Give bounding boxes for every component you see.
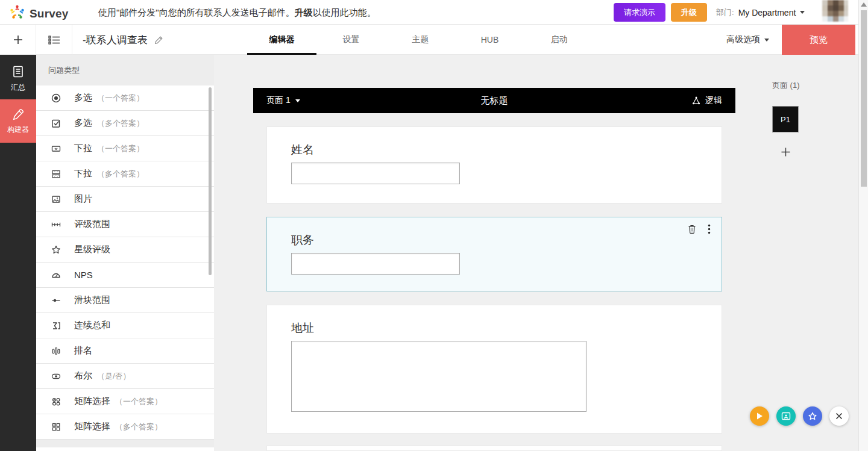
tab-launch[interactable]: 启动 [524,25,594,55]
qtype-star-rating[interactable]: 星级评级 [36,237,214,263]
question-text-input[interactable] [291,163,460,184]
close-icon [835,412,843,420]
question-panel-scrollbar[interactable] [209,87,212,275]
qtype-dropdown-single[interactable]: 下拉 （一个答案） [36,136,214,161]
main-tabs: 编辑器 设置 主题 HUB 启动 [247,25,594,55]
page-scrollbar[interactable] [858,0,868,451]
qtype-label: 下拉 [74,168,92,179]
advanced-options-label: 高级选项 [726,34,760,45]
question-card-jobtitle[interactable]: 职务 [266,217,722,291]
qtype-nps[interactable]: NPS [36,263,214,288]
logo-people-icon [9,4,25,23]
edit-title-pencil-icon[interactable] [154,34,165,45]
delete-question-trash-icon[interactable] [687,223,697,234]
banner-text: 使用"邮件分发"向您的所有联系人发送电子邮件。 [98,7,295,17]
radio-icon [51,93,61,104]
tab-settings[interactable]: 设置 [316,25,386,55]
play-icon [756,412,763,420]
qtype-constant-sum[interactable]: 连续总和 [36,313,214,338]
question-text-input[interactable] [291,253,460,275]
survey-title[interactable]: -联系人调查表 [83,33,148,47]
close-button[interactable] [829,406,849,426]
new-survey-button[interactable] [0,25,36,55]
qtype-multiple-choice-single[interactable]: 多选 （一个答案） [36,86,214,111]
rail-item-summary[interactable]: 汇总 [0,57,36,99]
matrix-check-icon [51,421,61,432]
qtype-hint: （多个答案） [97,118,144,129]
chevron-down-icon [800,11,805,14]
qtype-matrix-multi[interactable]: 矩阵选择 （多个答案） [36,414,214,440]
builder-pencil-icon [11,108,25,121]
matrix-radio-icon [51,396,61,407]
request-demo-button[interactable]: 请求演示 [614,3,665,22]
qtype-hint: （一个答案） [97,143,144,154]
user-avatar[interactable] [822,0,848,22]
rail-item-builder[interactable]: 构建器 [0,99,36,143]
qtype-dropdown-multi[interactable]: 下拉 （多个答案） [36,161,214,187]
question-card-name[interactable]: 姓名 [266,126,722,204]
qtype-multiple-choice-multi[interactable]: 多选 （多个答案） [36,111,214,136]
checkbox-icon [51,118,61,129]
dropdown-multi-icon [51,169,61,179]
qtype-ranking[interactable]: 排名 [36,338,214,364]
qtype-label: 排名 [74,345,92,356]
chevron-down-icon [295,99,300,102]
qtype-rating-scale[interactable]: 评级范围 [36,212,214,237]
qtype-hint: （一个答案） [115,396,162,407]
top-bar: Survey 使用"邮件分发"向您的所有联系人发送电子邮件。升级以使用此功能。 … [0,0,858,25]
star-icon [51,244,61,255]
floating-action-buttons [750,406,849,426]
logic-branch-icon [691,96,701,105]
favorite-button[interactable] [803,406,822,426]
qtype-label: 多选 [74,92,92,104]
question-types-header: 问题类型 [36,55,214,86]
qtype-image[interactable]: 图片 [36,187,214,212]
question-card-address[interactable]: 地址 [266,305,722,434]
gauge-icon [51,270,61,281]
question-more-options-kebab-icon[interactable] [703,223,714,234]
survey-list-button[interactable] [36,25,72,55]
logic-button[interactable]: 逻辑 [691,95,722,106]
sum-icon [51,320,61,331]
qtype-hint: （多个答案） [97,169,144,179]
qtype-hint: （一个答案） [97,93,144,104]
qtype-label: 矩阵选择 [74,421,110,432]
page-title-untitled[interactable]: 无标题 [253,95,735,107]
question-textarea-input[interactable] [291,341,587,412]
qtype-slider-range[interactable]: 滑块范围 [36,288,214,313]
department-selector[interactable]: 部门: My Department [716,0,805,25]
qtype-label: 星级评级 [74,244,110,255]
upgrade-banner: 使用"邮件分发"向您的所有联系人发送电子邮件。升级以使用此功能。 [98,0,376,25]
qtype-matrix-single[interactable]: 矩阵选择 （一个答案） [36,389,214,414]
page-thumbnail-p1[interactable]: P1 [772,106,799,132]
list-icon [48,34,60,45]
app-logo[interactable]: Survey [9,4,69,23]
run-preview-button[interactable] [750,406,769,426]
image-icon [51,194,61,205]
form-view-button[interactable] [776,406,796,426]
summary-report-icon [11,64,25,79]
qtype-label: 布尔 [74,370,92,382]
preview-button[interactable]: 预览 [782,25,855,55]
scroll-up-arrow-icon[interactable] [861,2,867,7]
logic-label: 逻辑 [705,95,722,106]
star-icon [808,412,817,421]
add-page-button[interactable] [776,143,794,161]
rating-scale-icon [51,219,61,230]
qtype-label: 下拉 [74,143,92,154]
tab-hub[interactable]: HUB [455,25,524,55]
banner-upgrade-link[interactable]: 升级 [295,7,313,17]
advanced-options-dropdown[interactable]: 高级选项 [726,25,769,55]
qtype-hint: （多个答案） [115,421,162,432]
qtype-boolean[interactable]: 布尔 （是/否） [36,364,214,389]
question-card-partial[interactable] [266,446,722,451]
qtype-label: 矩阵选择 [74,396,110,407]
tab-theme[interactable]: 主题 [386,25,455,55]
scrollbar-thumb[interactable] [861,10,867,187]
ranking-icon [51,346,61,356]
tab-editor[interactable]: 编辑器 [247,25,316,55]
qtype-hint: （是/否） [97,371,131,382]
upgrade-button[interactable]: 升级 [671,3,707,22]
left-rail: 汇总 构建器 [0,55,36,451]
page-selector-dropdown[interactable]: 页面 1 [266,95,300,106]
